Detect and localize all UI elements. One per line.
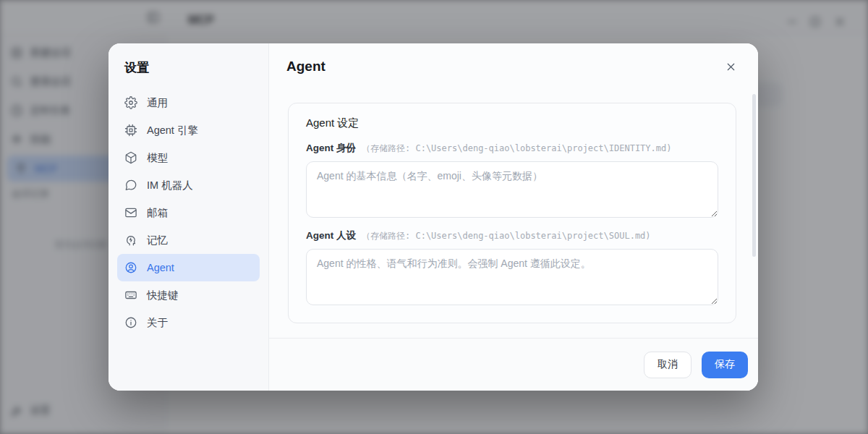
settings-tab-label: Agent 引擎	[147, 124, 198, 137]
settings-dialog: 设置 通用 Agent 引擎 模型 IM 机器人	[109, 43, 758, 391]
settings-tab-about[interactable]: 关于	[117, 309, 260, 336]
panel-title: Agent	[286, 59, 326, 75]
card-title: Agent 设定	[306, 116, 718, 130]
chat-bubble-icon	[124, 179, 137, 192]
mail-icon	[124, 206, 137, 219]
settings-tab-general[interactable]: 通用	[117, 89, 260, 116]
dialog-footer: 取消 保存	[269, 338, 758, 391]
settings-tab-models[interactable]: 模型	[117, 144, 260, 171]
settings-tab-mail[interactable]: 邮箱	[117, 199, 260, 226]
settings-tab-label: 通用	[147, 96, 168, 110]
settings-tab-agent[interactable]: Agent	[117, 254, 260, 281]
settings-tab-label: 邮箱	[147, 206, 168, 220]
cpu-icon	[124, 124, 137, 137]
close-dialog-button[interactable]	[720, 56, 741, 77]
gear-icon	[124, 96, 137, 109]
info-circle-icon	[124, 316, 137, 329]
settings-tab-label: 模型	[147, 151, 168, 165]
settings-tab-im-bot[interactable]: IM 机器人	[117, 171, 260, 199]
settings-tab-shortcuts[interactable]: 快捷键	[117, 281, 260, 309]
settings-tab-label: 关于	[147, 316, 168, 330]
settings-sidebar: 设置 通用 Agent 引擎 模型 IM 机器人	[109, 43, 269, 391]
field-storage-path: （存储路径: C:\Users\deng-qiao\lobsterai\proj…	[362, 230, 651, 242]
agent-identity-field: Agent 身份 （存储路径: C:\Users\deng-qiao\lobst…	[306, 142, 718, 218]
keyboard-icon	[124, 289, 137, 302]
scrollbar-thumb[interactable]	[752, 94, 756, 257]
field-storage-path: （存储路径: C:\Users\deng-qiao\lobsterai\proj…	[362, 142, 671, 155]
field-label-row: Agent 身份 （存储路径: C:\Users\deng-qiao\lobst…	[306, 142, 718, 155]
agent-persona-field: Agent 人设 （存储路径: C:\Users\deng-qiao\lobst…	[306, 229, 718, 305]
settings-tab-memory[interactable]: 记忆	[117, 226, 260, 254]
box-icon	[124, 151, 137, 164]
settings-tab-label: 快捷键	[147, 289, 179, 302]
user-circle-icon	[124, 261, 137, 274]
settings-title: 设置	[124, 59, 260, 76]
agent-settings-card: Agent 设定 Agent 身份 （存储路径: C:\Users\deng-q…	[288, 103, 736, 323]
panel-header: Agent	[269, 43, 758, 90]
settings-tab-label: IM 机器人	[147, 179, 193, 192]
memory-head-icon	[124, 234, 137, 247]
settings-panel-agent: Agent Agent 设定 Agent 身份 （存储路径: C:\Users\…	[269, 43, 758, 391]
field-label: Agent 身份	[306, 142, 356, 155]
settings-tab-agent-engine[interactable]: Agent 引擎	[117, 116, 260, 144]
settings-tab-label: Agent	[147, 262, 174, 273]
agent-persona-textarea[interactable]	[306, 249, 718, 305]
field-label-row: Agent 人设 （存储路径: C:\Users\deng-qiao\lobst…	[306, 229, 718, 242]
close-icon	[725, 61, 737, 73]
cancel-button[interactable]: 取消	[644, 352, 692, 378]
field-label: Agent 人设	[306, 229, 356, 242]
settings-tab-label: 记忆	[147, 234, 168, 247]
panel-scroll-area[interactable]: Agent 设定 Agent 身份 （存储路径: C:\Users\deng-q…	[269, 90, 758, 338]
save-button[interactable]: 保存	[702, 352, 748, 378]
agent-identity-textarea[interactable]	[306, 161, 718, 218]
